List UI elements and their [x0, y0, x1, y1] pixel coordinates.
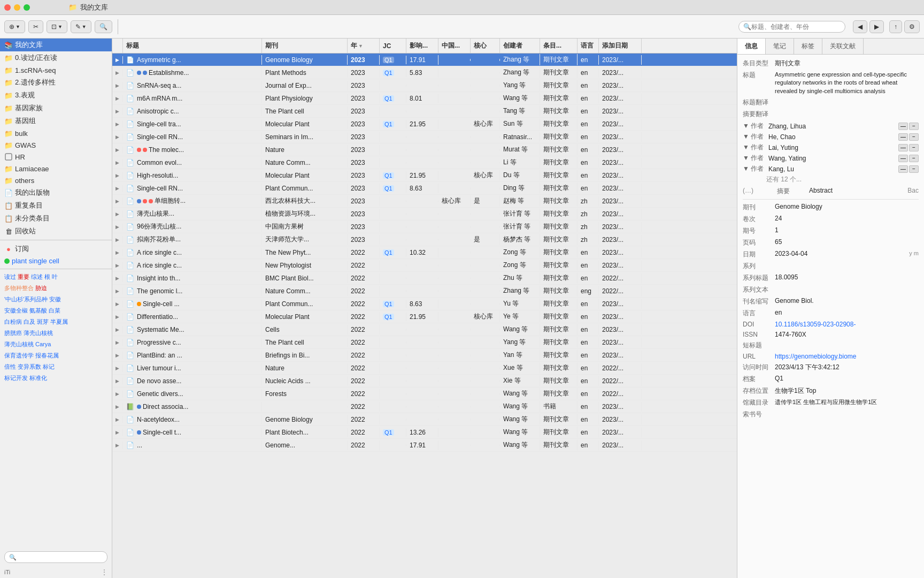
table-row[interactable]: ▶📄High-resoluti...Molecular Plant2023Q12… — [112, 169, 737, 182]
table-row[interactable]: ▶📄Single-cell RN...Plant Commun...2023Q1… — [112, 182, 737, 195]
tab-tags[interactable]: 标签 — [794, 39, 822, 54]
table-row[interactable]: ▶📄Differentiatio...Molecular Plant2022Q1… — [112, 310, 737, 323]
tag-marker-dev[interactable]: 标记开发 — [4, 374, 28, 382]
tag-normalize[interactable]: 标准化 — [29, 374, 47, 382]
col-header-date[interactable]: 添加日期 — [599, 39, 642, 53]
row-expand[interactable]: ▶ — [112, 403, 123, 410]
table-row[interactable]: ▶📄96份薄壳山核...中国南方果树2023张计育 等期刊文章zh2023/..… — [112, 220, 737, 233]
table-row[interactable]: ▶📄Insight into th...BMC Plant Biol...202… — [112, 272, 737, 285]
row-expand[interactable]: ▶ — [112, 236, 123, 244]
row-expand[interactable]: ▶ — [112, 82, 123, 89]
edit-button[interactable]: ✎ ▼ — [71, 20, 91, 33]
row-expand[interactable]: ▶ — [112, 429, 123, 436]
col-header-creator[interactable]: 创建者 — [500, 39, 540, 53]
row-expand[interactable]: ▶ — [112, 56, 123, 64]
col-header-jc[interactable]: JC — [380, 39, 406, 53]
author-minus-btn-1[interactable]: — — [898, 133, 908, 141]
detail-doi-value[interactable]: 10.1186/s13059-023-02908- — [775, 321, 919, 328]
tag-root[interactable]: 根 — [44, 273, 50, 281]
tag-leaf[interactable]: 叶 — [52, 273, 58, 281]
row-expand[interactable]: ▶ — [112, 108, 123, 115]
search-button[interactable]: 🔍 — [95, 20, 112, 33]
sidebar-search-input-field[interactable] — [19, 553, 103, 561]
row-expand[interactable]: ▶ — [112, 95, 123, 102]
sidebar-item-f5[interactable]: 📁基因组 — [0, 115, 112, 127]
row-expand[interactable]: ▶ — [112, 210, 123, 218]
table-row[interactable]: ▶📄Single-cell t...Plant Biotech...2022Q1… — [112, 426, 737, 439]
sidebar-item-f10[interactable]: 📁others — [0, 174, 112, 186]
sidebar-item-f12[interactable]: 📋重复条目 — [0, 199, 112, 212]
row-expand[interactable]: ▶ — [112, 197, 123, 205]
sidebar-item-rss[interactable]: plant single cell — [0, 255, 112, 267]
table-row[interactable]: ▶📄SnRNA-seq a...Journal of Exp...2023Yan… — [112, 79, 737, 92]
sidebar-item-f8[interactable]: HR — [0, 151, 112, 163]
sidebar-options-icon[interactable]: ⋮ — [101, 568, 107, 576]
row-expand[interactable]: ▶ — [112, 364, 123, 372]
sidebar-item-f2[interactable]: 📁2.遗传多样性 — [0, 76, 112, 89]
sidebar-item-subscribe[interactable]: ● 订阅 — [0, 242, 112, 255]
sidebar-item-my-library[interactable]: 📚 我的文库 — [0, 39, 112, 51]
sidebar-item-f4[interactable]: 📁基因家族 — [0, 102, 112, 115]
row-expand[interactable]: ▶ — [112, 326, 123, 333]
table-row[interactable]: ▶📄PlantBind: an ...Briefings in Bi...202… — [112, 349, 737, 362]
sidebar-item-f7[interactable]: 📁GWAS — [0, 139, 112, 151]
table-row[interactable]: ▶📄A rice single c...New Phytologist2022Z… — [112, 259, 737, 272]
tag-pecan2[interactable]: 薄壳山核桃 Carya — [4, 340, 51, 348]
row-expand[interactable]: ▶ — [112, 223, 123, 231]
col-header-cn[interactable]: 中国... — [438, 39, 471, 53]
search-input[interactable] — [751, 23, 841, 31]
table-row[interactable]: ▶📄...Genome...202217.91Wang 等期刊文章en2023/… — [112, 439, 737, 452]
table-row[interactable]: ▶📄Single-cell RN...Seminars in Im...2023… — [112, 131, 737, 143]
author-remove-btn-0[interactable]: − — [909, 123, 919, 130]
detail-more-authors[interactable]: 还有 12 个... — [766, 175, 919, 184]
row-expand[interactable]: ▶ — [112, 262, 123, 269]
table-row[interactable]: ▶📄Liver tumour i...Nature2022Xue 等期刊文章en… — [112, 362, 737, 375]
sync-button[interactable]: ↑ — [889, 20, 902, 33]
row-expand[interactable]: ▶ — [112, 133, 123, 141]
table-row[interactable]: ▶📄The genomic l...Nature Comm...2022Zhan… — [112, 285, 737, 298]
author-remove-btn-4[interactable]: − — [909, 165, 919, 173]
author-remove-btn-1[interactable]: − — [909, 133, 919, 141]
table-row[interactable]: ▶📄薄壳山核果...植物资源与环境...2023张计育 等期刊文章zh2023/… — [112, 208, 737, 220]
maximize-button[interactable] — [24, 4, 30, 11]
table-row[interactable]: ▶📄Single-cell tra...Molecular Plant2023Q… — [112, 118, 737, 131]
tag-banya[interactable]: 斑芽 — [37, 318, 49, 326]
row-expand[interactable]: ▶ — [112, 185, 123, 192]
add-button[interactable]: ⊕ ▼ — [4, 20, 25, 33]
sidebar-item-f3[interactable]: 📁3.表观 — [0, 89, 112, 102]
row-expand[interactable]: ▶ — [112, 69, 123, 77]
row-expand[interactable]: ▶ — [112, 442, 123, 449]
row-expand[interactable]: ▶ — [112, 287, 123, 295]
sidebar-item-f1[interactable]: 📁1.scRNA-seq — [0, 64, 112, 76]
close-button[interactable] — [4, 4, 11, 11]
nav-left-button[interactable]: ◀ — [853, 20, 867, 33]
table-row[interactable]: ▶📄Genetic divers...Forests2022Wang 等期刊文章… — [112, 387, 737, 400]
col-header-year[interactable]: 年 ▼ — [348, 39, 380, 53]
col-header-lang[interactable]: 语言 — [578, 39, 599, 53]
table-row[interactable]: ▶📄A rice single c...The New Phyt...2022Q… — [112, 246, 737, 259]
nav-right-button[interactable]: ▶ — [869, 20, 884, 33]
col-header-journal[interactable]: 期刊 — [262, 39, 348, 53]
table-row[interactable]: ▶📄Systematic Me...Cells2022Wang 等期刊文章en2… — [112, 323, 737, 336]
detail-url-value[interactable]: https://genomebiology.biome — [775, 353, 919, 360]
tab-info[interactable]: 信息 — [737, 39, 766, 54]
search-bar[interactable]: 🔍 — [738, 21, 845, 33]
sidebar-item-f0[interactable]: 📁0.读过/正在读 — [0, 51, 112, 64]
tag-primula[interactable]: 报春花属 — [35, 352, 59, 360]
row-expand[interactable]: ▶ — [112, 339, 123, 346]
tag-anhui[interactable]: 安徽 — [49, 295, 61, 303]
author-remove-btn-3[interactable]: − — [909, 155, 919, 162]
tag-review[interactable]: 综述 — [31, 273, 43, 281]
col-header-core[interactable]: 核心 — [471, 39, 500, 53]
row-expand[interactable]: ▶ — [112, 275, 123, 282]
author-minus-btn-4[interactable]: — — [898, 165, 908, 173]
sidebar-item-f11[interactable]: 📄我的出版物 — [0, 186, 112, 199]
table-row[interactable]: ▶📄De novo asse...Nucleic Acids ...2022Xi… — [112, 375, 737, 387]
tag-cv[interactable]: 变异系数 — [18, 363, 41, 371]
table-row[interactable]: ▶📄单细胞转...西北农林科技大...2023核心库是赵梅 等期刊文章zh202… — [112, 195, 737, 208]
tag-banxia[interactable]: 半夏属 — [50, 318, 68, 326]
table-row[interactable]: ▶📄m6A mRNA m...Plant Physiology2023Q18.0… — [112, 92, 737, 105]
tag-baiji[interactable]: 白及 — [24, 318, 35, 326]
table-row[interactable]: ▶📗Direct associa...2022Wang 等书籍en2023/..… — [112, 400, 737, 413]
tag-bladder[interactable]: 膀胱癌 — [4, 329, 22, 337]
